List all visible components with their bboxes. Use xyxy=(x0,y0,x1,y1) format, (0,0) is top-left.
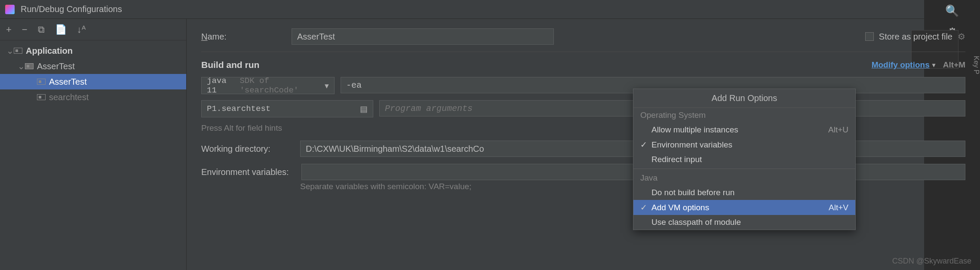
menu-item-redirect-input[interactable]: Redirect input xyxy=(633,152,855,167)
main-class-value: P1.searchtest xyxy=(207,104,270,114)
jdk-hint: SDK of 'searchCode' xyxy=(240,76,319,95)
name-label: Name: xyxy=(201,32,279,42)
section-title: Build and run xyxy=(201,60,259,70)
tree-node-folder[interactable]: ⌄ AsserTest xyxy=(0,58,186,74)
working-dir-label: Working directory: xyxy=(201,144,287,154)
popup-header: Add Run Options xyxy=(633,89,855,108)
tree-label: searchtest xyxy=(49,92,89,102)
watermark: CSDN @SkywardEase xyxy=(892,257,971,266)
config-form: Name: Store as project file ⚙ Build and … xyxy=(187,19,980,270)
jdk-value: java 11 xyxy=(207,76,236,95)
copy-config-button[interactable]: ⧉ xyxy=(38,24,45,35)
menu-item-env-vars[interactable]: ✓Environment variables xyxy=(633,137,855,152)
menu-item-use-classpath[interactable]: Use classpath of module xyxy=(633,215,855,230)
run-config-icon xyxy=(37,79,46,85)
add-run-options-popup: Add Run Options Operating System Allow m… xyxy=(633,89,856,230)
dropdown-icon: ▾ xyxy=(319,81,329,91)
dialog-title: Run/Debug Configurations xyxy=(21,4,941,14)
sort-config-button[interactable]: ↓ᴬ xyxy=(77,24,86,35)
config-tree: ⌄ Application ⌄ AsserTest AsserTest sear… xyxy=(0,40,186,105)
menu-shortcut: Alt+U xyxy=(828,125,848,135)
search-icon[interactable]: 🔍 xyxy=(945,4,959,18)
tree-node-config[interactable]: searchtest xyxy=(0,89,186,105)
main-class-input[interactable]: P1.searchtest ▤ xyxy=(201,100,373,117)
save-config-button[interactable]: 📄 xyxy=(55,24,67,35)
menu-item-add-vm-options[interactable]: ✓Add VM optionsAlt+V xyxy=(633,200,855,215)
check-icon: ✓ xyxy=(640,140,651,150)
chevron-down-icon: ⌄ xyxy=(6,46,14,56)
menu-label: Use classpath of module xyxy=(651,218,741,227)
menu-label: Environment variables xyxy=(651,140,732,150)
tree-label: AsserTest xyxy=(49,77,87,87)
menu-item-allow-multiple[interactable]: Allow multiple instancesAlt+U xyxy=(633,123,855,137)
shortcut-hint: Alt+M xyxy=(943,60,965,70)
tree-node-config[interactable]: AsserTest xyxy=(0,74,186,89)
checkbox-icon[interactable] xyxy=(865,32,874,41)
check-icon: ✓ xyxy=(640,202,651,212)
modify-options-link[interactable]: Modify options ▾ xyxy=(872,60,935,70)
popup-group-title: Java xyxy=(633,171,855,185)
configurations-panel: + − ⧉ 📄 ↓ᴬ ⌄ Application ⌄ AsserTest Ass… xyxy=(0,19,187,270)
store-label: Store as project file xyxy=(879,32,952,42)
popup-group-title: Operating System xyxy=(633,108,855,123)
gear-icon[interactable]: ⚙ xyxy=(958,31,965,42)
app-icon xyxy=(5,5,15,14)
separator xyxy=(201,52,965,52)
menu-item-no-build[interactable]: Do not build before run xyxy=(633,185,855,200)
titlebar: Run/Debug Configurations ✕ xyxy=(0,0,980,19)
menu-label: Redirect input xyxy=(651,155,702,164)
browse-icon[interactable]: ▤ xyxy=(355,104,368,114)
tree-node-application[interactable]: ⌄ Application xyxy=(0,43,186,58)
build-and-run-section: Build and run Modify options ▾ Alt+M xyxy=(201,60,965,70)
menu-label: Add VM options xyxy=(651,203,709,212)
menu-label: Do not build before run xyxy=(651,188,734,197)
name-input[interactable] xyxy=(292,28,554,45)
chevron-down-icon: ⌄ xyxy=(17,61,25,71)
folder-icon xyxy=(25,63,34,69)
remove-config-button[interactable]: − xyxy=(22,24,28,35)
store-as-project-file[interactable]: Store as project file ⚙ xyxy=(865,31,965,42)
config-toolbar: + − ⧉ 📄 ↓ᴬ xyxy=(0,19,186,40)
menu-shortcut: Alt+V xyxy=(829,203,848,212)
separator xyxy=(633,169,855,169)
tree-label: Application xyxy=(26,46,73,56)
jdk-selector[interactable]: java 11 SDK of 'searchCode' ▾ xyxy=(201,77,335,94)
add-config-button[interactable]: + xyxy=(6,24,12,35)
tree-label: AsserTest xyxy=(37,61,75,71)
menu-label: Allow multiple instances xyxy=(651,125,738,135)
application-type-icon xyxy=(14,48,22,54)
chevron-down-icon: ▾ xyxy=(932,61,935,68)
run-config-icon xyxy=(37,94,46,100)
env-vars-label: Environment variables: xyxy=(201,167,289,177)
